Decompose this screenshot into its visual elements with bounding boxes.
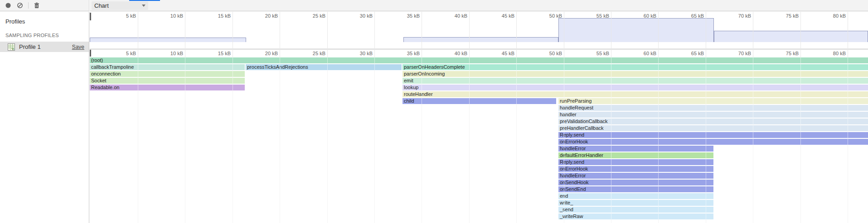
ruler-tick-label: 50 kB — [526, 51, 562, 56]
ruler-tick-label: 65 kB — [668, 51, 704, 56]
flame-frame[interactable]: handler — [558, 112, 868, 118]
gridline — [753, 12, 753, 57]
trash-icon[interactable] — [33, 2, 40, 9]
gridline — [374, 12, 375, 57]
gridline — [516, 12, 517, 57]
flame-frame[interactable]: (root) — [90, 57, 868, 63]
flame-frame[interactable]: handleError — [558, 173, 713, 179]
sidebar-item-profile-1[interactable]: % Profile 1 Save — [0, 42, 89, 52]
gridline — [658, 12, 659, 57]
overview-area-segment — [714, 31, 868, 42]
gridline-overlay — [564, 57, 564, 223]
gridline-overlay — [516, 57, 517, 223]
flame-frame[interactable]: write_ — [558, 200, 713, 206]
gridline-overlay — [658, 57, 659, 223]
ruler-tick-label: 10 kB — [147, 13, 183, 19]
flame-frame[interactable]: preValidationCallback — [558, 119, 868, 124]
svg-text:%: % — [11, 47, 14, 51]
overview-area-segment — [403, 37, 558, 42]
clear-icon[interactable] — [16, 2, 24, 9]
ruler-tick-label: 50 kB — [526, 13, 562, 19]
flame-frame[interactable]: _send — [558, 207, 713, 213]
flame-frame[interactable]: lookup — [402, 85, 868, 90]
ruler-tick-label: 75 kB — [762, 13, 799, 19]
flame-frame[interactable]: runPreParsing — [558, 98, 868, 104]
profiles-toolbar — [0, 0, 89, 11]
ruler-tick-label: 5 kB — [100, 13, 136, 19]
flame-frame[interactable]: onErrorHook — [558, 139, 868, 145]
gridline — [564, 12, 564, 57]
flame-frame[interactable]: Socket — [90, 78, 245, 84]
flame-frame[interactable]: processTicksAndRejections — [246, 64, 402, 70]
flame-frame[interactable]: _writeRaw — [558, 214, 713, 219]
gridline — [422, 12, 422, 57]
flame-frame[interactable]: emit — [402, 78, 868, 84]
ruler-tick-label: 40 kB — [431, 51, 467, 56]
flame-frame[interactable]: end — [558, 193, 713, 199]
gridline — [611, 12, 611, 57]
allocation-chart-panel: (root)callbackTrampolineprocessTicksAndR… — [90, 12, 868, 223]
gridline-overlay — [233, 57, 233, 223]
flame-frame[interactable]: Reply.send — [558, 159, 713, 165]
gridline — [848, 12, 848, 57]
ruler-tick-label: 45 kB — [478, 13, 514, 19]
flame-frame[interactable]: onSendEnd — [558, 186, 713, 192]
profile-icon: % — [8, 43, 15, 51]
flame-frame[interactable]: Readable.on — [90, 85, 245, 90]
flame-frame[interactable]: onErrorHook — [558, 166, 713, 172]
ruler-tick-label: 30 kB — [336, 51, 373, 56]
flame-frame[interactable]: handleRequest — [558, 105, 868, 111]
ruler-tick-label: 25 kB — [289, 13, 325, 19]
chart-toolbar: Chart — [90, 0, 868, 11]
flame-frame[interactable]: defaultErrorHandler — [558, 152, 713, 158]
gridline-overlay — [327, 57, 328, 223]
gridline — [800, 12, 801, 57]
gridline — [706, 12, 706, 57]
gridline-overlay — [469, 57, 470, 223]
flame-frame[interactable]: onconnection — [90, 71, 245, 77]
chevron-down-icon — [142, 5, 145, 7]
ruler-tick-label: 25 kB — [289, 51, 325, 56]
flame-frame[interactable]: child — [402, 98, 556, 104]
profiles-heading: Profiles — [0, 12, 89, 25]
gridline-overlay — [185, 57, 185, 223]
flame-frame[interactable]: callbackTrampoline — [90, 64, 245, 70]
flame-frame[interactable]: Reply.send — [558, 132, 868, 138]
profile-name: Profile 1 — [19, 43, 72, 50]
overview-left-handle[interactable] — [90, 13, 91, 20]
tab-accent-line — [129, 0, 160, 1]
flame-frame[interactable]: handleError — [558, 146, 713, 152]
flame-frame[interactable]: preHandlerCallback — [558, 125, 868, 131]
gridline-overlay — [422, 57, 422, 223]
profiles-sidebar: Profiles SAMPLING PROFILES % Profile 1 S… — [0, 12, 89, 223]
gridline-overlay — [611, 57, 611, 223]
ruler-tick-label: 80 kB — [810, 13, 846, 19]
gridline — [185, 12, 185, 57]
ruler-tick-label: 60 kB — [620, 51, 656, 56]
flame-frame[interactable]: parserOnHeadersComplete — [402, 64, 868, 70]
ruler-tick-label: 35 kB — [383, 13, 420, 19]
gridline-overlay — [800, 57, 801, 223]
ruler-tick-label: 80 kB — [810, 51, 846, 56]
flame-frame[interactable]: onSendHook — [558, 180, 713, 185]
view-mode-select[interactable]: Chart — [92, 1, 148, 10]
sampling-profiles-heading: SAMPLING PROFILES — [0, 25, 89, 38]
gridline-overlay — [848, 57, 848, 223]
ruler-tick-label: 15 kB — [194, 13, 231, 19]
record-icon[interactable] — [5, 2, 12, 9]
gridline-overlay — [280, 57, 280, 223]
ruler-tick-label: 30 kB — [336, 13, 373, 19]
flamechart-left-handle[interactable] — [90, 50, 91, 57]
ruler-tick-label: 20 kB — [242, 51, 278, 56]
overview-area-segment — [558, 18, 714, 42]
ruler-tick-label: 65 kB — [668, 13, 704, 19]
ruler-tick-label: 40 kB — [431, 13, 467, 19]
toolbar-divider — [28, 2, 29, 9]
flame-chart: (root)callbackTrampolineprocessTicksAndR… — [90, 57, 868, 223]
flame-frame[interactable]: routeHandler — [402, 91, 868, 97]
flame-frame[interactable]: parserOnIncoming — [402, 71, 868, 77]
devtools-memory-panel: Chart Profiles SAMPLING PROFILES % Profi… — [0, 0, 868, 223]
save-profile-link[interactable]: Save — [72, 44, 84, 50]
gridline — [469, 12, 470, 57]
ruler-tick-label: 35 kB — [383, 51, 420, 56]
